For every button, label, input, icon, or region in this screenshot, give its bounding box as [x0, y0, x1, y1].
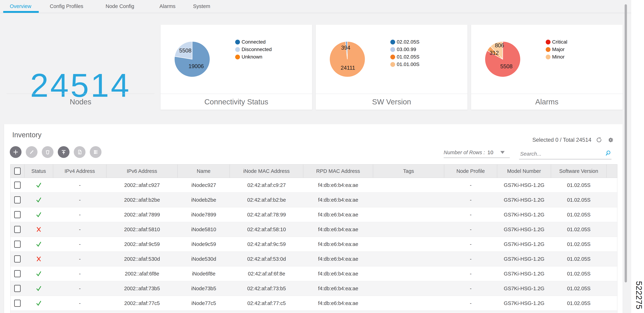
inventory-toolbar: [10, 146, 102, 158]
table-row[interactable]: -2002::afaf:77c5iNode77c502:42:af:af:77:…: [10, 296, 617, 311]
row-checkbox[interactable]: [14, 241, 20, 248]
software-version-cell: 01.02.05S: [551, 178, 606, 192]
legend-label: Major: [552, 47, 564, 52]
figure-number: 522275: [634, 281, 644, 309]
delete-button[interactable]: [42, 146, 54, 158]
node-profile-cell: -: [444, 296, 497, 310]
tab-alarms[interactable]: Alarms: [160, 0, 176, 13]
ipv6-cell: 2002::afaf:77c5: [106, 296, 178, 310]
col-filler: [606, 164, 617, 178]
rows-per-page-selector[interactable]: Number of Rows : 10: [444, 149, 510, 158]
pie-slice-value: 806: [495, 42, 504, 49]
col-rpd-mac-address[interactable]: RPD MAC Address: [303, 164, 373, 178]
col-ipv4-address[interactable]: IPv4 Address: [53, 164, 106, 178]
pie-slice-value: 5508: [500, 63, 513, 70]
col-software-version[interactable]: Software Version: [551, 164, 606, 178]
refresh-button[interactable]: [595, 136, 603, 144]
rpd-mac-cell: f4:db:e6:b4:ea:ae: [303, 281, 373, 296]
row-checkbox[interactable]: [14, 300, 20, 307]
connected-check-icon: [35, 211, 43, 219]
name-cell: iNodec927: [178, 178, 230, 192]
col-tags[interactable]: Tags: [373, 164, 444, 178]
chevron-down-icon: [500, 151, 505, 154]
row-checkbox[interactable]: [14, 226, 20, 233]
node-profile-cell: -: [444, 237, 497, 251]
tab-node-config[interactable]: Node Config: [106, 0, 134, 13]
row-checkbox[interactable]: [14, 270, 20, 277]
connectivity-pie-chart[interactable]: 190065508: [166, 33, 218, 85]
row-checkbox[interactable]: [14, 182, 20, 189]
filler-cell: [606, 207, 617, 222]
inode-mac-cell: 02:42:af:af:73:b5: [230, 281, 303, 296]
software-version-cell: 01.02.05S: [551, 252, 606, 266]
filler-cell: [606, 222, 617, 237]
legend-dot-icon: [235, 47, 240, 52]
legend-dot-icon: [235, 55, 240, 59]
model-number-cell: GS7Ki-HSG-1.2G: [497, 237, 551, 251]
col-model-number[interactable]: Model Number: [497, 164, 551, 178]
add-button[interactable]: [10, 146, 22, 158]
col-ipv6-address[interactable]: IPv6 Address: [106, 164, 178, 178]
software-version-cell: 01.02.05S: [551, 281, 606, 296]
inode-mac-cell: 02:42:af:af:c9:27: [230, 178, 303, 192]
sw-version-pie-chart[interactable]: 24111394: [322, 33, 373, 85]
rpd-mac-cell: f4:db:e6:b4:ea:ae: [303, 296, 373, 310]
table-row[interactable]: -2002::afaf:c927iNodec92702:42:af:af:c9:…: [10, 178, 617, 193]
model-number-cell: GS7Ki-HSG-1.2G: [497, 266, 551, 281]
ipv6-cell: 2002::afaf:b2be: [106, 193, 178, 207]
table-row[interactable]: -2002::afaf:9c59iNode9c5902:42:af:af:9c:…: [10, 237, 617, 252]
settings-button[interactable]: [607, 136, 615, 144]
search-input[interactable]: [520, 150, 602, 158]
tab-system[interactable]: System: [193, 0, 210, 13]
name-cell: iNodeb2be: [178, 193, 230, 207]
software-version-cell: 01.02.05S: [551, 207, 606, 222]
status-cell: [24, 252, 53, 266]
col-node-profile[interactable]: Node Profile: [444, 164, 497, 178]
rpd-mac-cell: f4:db:e6:b4:ea:ae: [303, 237, 373, 251]
row-checkbox[interactable]: [14, 196, 20, 203]
table-row[interactable]: -2002::afaf:5810iNode581002:42:af:af:58:…: [10, 222, 617, 237]
table-row[interactable]: -2002::afaf:6f8eiNode6f8e02:42:af:af:6f:…: [10, 266, 617, 281]
ipv4-cell: -: [53, 281, 106, 296]
vertical-scrollbar[interactable]: [624, 4, 627, 282]
row-checkbox[interactable]: [14, 255, 20, 262]
table-row[interactable]: -2002::afaf:530diNode530d02:42:af:af:53:…: [10, 252, 617, 266]
columns-button[interactable]: [90, 146, 102, 158]
connectivity-status-card: 190065508 ConnectedDisconnectedUnknown C…: [160, 25, 312, 110]
legend-dot-icon: [390, 40, 395, 45]
filler-cell: [606, 281, 617, 296]
col-inode-mac-address[interactable]: iNode MAC Address: [230, 164, 303, 178]
search-box: [519, 149, 612, 159]
table-row[interactable]: -2002::afaf:73b5iNode73b502:42:af:af:73:…: [10, 281, 617, 296]
name-cell: iNode6f8e: [178, 266, 230, 281]
pie-slice-value: 312: [490, 50, 499, 56]
name-cell: iNode7899: [178, 207, 230, 222]
ipv6-cell: 2002::afaf:9c59: [106, 237, 178, 251]
app-viewport: OverviewConfig ProfilesNode ConfigAlarms…: [0, 0, 631, 313]
tab-config-profiles[interactable]: Config Profiles: [50, 0, 83, 13]
inode-mac-cell: 02:42:af:af:b2:be: [230, 193, 303, 207]
plus-icon: [12, 148, 20, 156]
tags-cell: [373, 237, 444, 251]
col-name[interactable]: Name: [178, 164, 230, 178]
select-all-checkbox[interactable]: [14, 168, 20, 175]
export-file-button[interactable]: [74, 146, 86, 158]
edit-button[interactable]: [26, 146, 38, 158]
legend-label: 03.00.99: [397, 47, 416, 52]
status-cell: [24, 281, 53, 296]
status-cell: [24, 266, 53, 281]
table-row[interactable]: -2002::afaf:7899iNode789902:42:af:af:78:…: [10, 207, 617, 222]
legend-label: Disconnected: [242, 47, 272, 52]
table-body: -2002::afaf:c927iNodec92702:42:af:af:c9:…: [10, 178, 617, 311]
upload-button[interactable]: [58, 146, 70, 158]
legend-item: Critical: [546, 38, 568, 46]
table-row[interactable]: -2002::afaf:b2beiNodeb2be02:42:af:af:b2:…: [10, 193, 617, 207]
row-checkbox[interactable]: [14, 211, 20, 218]
col-status[interactable]: Status: [24, 164, 53, 178]
alarms-pie-chart[interactable]: 5508312806: [477, 33, 529, 85]
row-checkbox[interactable]: [14, 285, 20, 292]
tab-overview[interactable]: Overview: [10, 0, 31, 13]
search-icon[interactable]: [604, 150, 612, 157]
status-cell: [24, 193, 53, 207]
ipv4-cell: -: [53, 193, 106, 207]
